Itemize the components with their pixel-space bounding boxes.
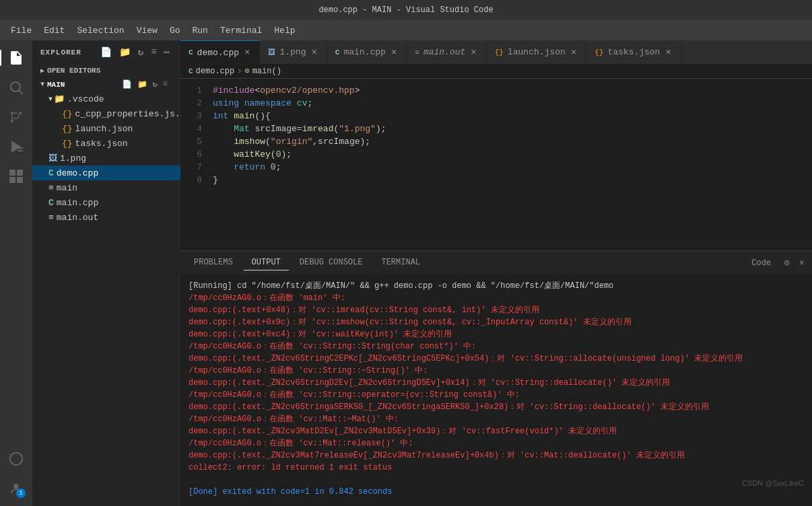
vscode-folder[interactable]: ▼ 📁 .vscode (32, 92, 180, 106)
breadcrumb-symbol-icon: ⊙ (244, 66, 249, 76)
tab-main-out-close[interactable]: × (469, 47, 477, 58)
menu-selection[interactable]: Selection (71, 23, 129, 38)
code-line-6: waitKey(0); (213, 148, 812, 161)
svg-point-4 (11, 120, 13, 122)
tab-1png-close[interactable]: × (310, 47, 318, 58)
tasks-json-label: tasks.json (75, 139, 128, 149)
new-file-icon[interactable]: 📄 (98, 46, 114, 59)
main-out-label: main.out (57, 213, 98, 223)
svg-point-13 (13, 484, 18, 489)
svg-rect-9 (17, 170, 23, 176)
main-new-file-icon[interactable]: 📄 (120, 79, 134, 90)
problems-tab[interactable]: PROBLEMS (186, 255, 241, 270)
more-icon[interactable]: ⋯ (162, 46, 172, 59)
main-section-label: MAIN (47, 81, 65, 89)
code-content[interactable]: #include<opencv2/opencv.hpp> using names… (207, 79, 812, 250)
source-control-activity-icon[interactable] (4, 105, 28, 129)
menu-edit[interactable]: Edit (38, 23, 70, 38)
activity-bar: 1 (0, 40, 32, 506)
menu-view[interactable]: View (131, 23, 163, 38)
tab-main-out[interactable]: ≡ main.out × (407, 40, 486, 64)
tab-launch-json-close[interactable]: × (570, 47, 578, 58)
extensions-activity-icon[interactable] (4, 164, 28, 188)
open-editors-label: OPEN EDITORS (47, 67, 100, 75)
main-collapse-icon[interactable]: ≡ (161, 79, 170, 90)
cpp-properties-file[interactable]: {} c_cpp_properties.js... (32, 106, 180, 121)
sidebar: EXPLORER 📄 📁 ↻ ≡ ⋯ ▶ OPEN EDITORS ▼ MAIN (32, 40, 180, 506)
explorer-icon[interactable] (4, 46, 28, 70)
svg-line-1 (20, 91, 24, 95)
search-activity-icon[interactable] (4, 75, 28, 100)
menu-go[interactable]: Go (164, 23, 186, 38)
output-line-8: demo.cpp:(.text._ZN2cv6StringD2Ev[_ZN2cv… (189, 377, 804, 389)
debug-console-tab[interactable]: DEBUG CONSOLE (292, 255, 371, 270)
panel-close-icon[interactable]: × (797, 257, 807, 269)
main-file[interactable]: ≡ main (32, 180, 180, 195)
terminal-tab[interactable]: TERMINAL (373, 255, 428, 270)
sidebar-header: EXPLORER 📄 📁 ↻ ≡ ⋯ (32, 40, 180, 64)
main-section[interactable]: ▼ MAIN 📄 📁 ↻ ≡ (32, 76, 180, 92)
main-new-folder-icon[interactable]: 📁 (135, 79, 149, 90)
open-editors-section[interactable]: ▶ OPEN EDITORS (32, 64, 180, 76)
run-activity-icon[interactable] (4, 135, 28, 159)
tab-demo-cpp[interactable]: C demo.cpp × (180, 40, 260, 64)
output-line-1: /tmp/cc0HzAG0.o：在函数 'main' 中: (189, 292, 804, 304)
panel-filter-icon[interactable]: ⊘ (782, 256, 791, 269)
tab-1png[interactable]: 🖼 1.png × (260, 40, 327, 64)
demo-cpp-file[interactable]: C demo.cpp (32, 166, 180, 180)
launch-json-label: launch.json (75, 124, 133, 134)
tab-main-cpp-close[interactable]: × (390, 47, 398, 58)
output-line-3: demo.cpp:(.text+0x9c)：对 'cv::imshow(cv::… (189, 316, 804, 328)
code-line-1: #include<opencv2/opencv.hpp> (213, 84, 812, 97)
tab-demo-cpp-icon: C (189, 48, 193, 57)
png-file-label: 1.png (60, 153, 86, 164)
account-activity-icon[interactable]: 1 (4, 476, 28, 501)
menu-terminal[interactable]: Terminal (215, 23, 267, 38)
svg-rect-7 (18, 147, 23, 149)
activity-bar-bottom: 1 (4, 447, 28, 501)
output-tab[interactable]: OUTPUT (244, 255, 289, 270)
main-cpp-label: main.cpp (57, 198, 98, 208)
launch-json-file[interactable]: {} launch.json (32, 121, 180, 136)
tab-main-cpp-icon: C (335, 48, 340, 57)
editor-area: C demo.cpp × 🖼 1.png × C main.cpp × ≡ ma… (180, 40, 812, 506)
menu-file[interactable]: File (5, 23, 37, 38)
breadcrumb-symbol[interactable]: main() (252, 67, 281, 76)
demo-cpp-label: demo.cpp (57, 168, 98, 178)
title-bar: demo.cpp - MAIN - Visual Studio Code (0, 0, 812, 20)
folder-chevron-icon: ▼ (48, 96, 53, 103)
output-line-14: demo.cpp:(.text._ZN2cv3Mat7releaseEv[_ZN… (189, 449, 804, 462)
output-line-6: demo.cpp:(.text._ZN2cv6StringC2EPKc[_ZN2… (189, 353, 804, 365)
main-out-file[interactable]: ≡ main.out (32, 210, 180, 225)
cpp-properties-label: c_cpp_properties.js... (75, 109, 180, 119)
tasks-json-file[interactable]: {} tasks.json (32, 136, 180, 151)
tasks-json-icon: {} (62, 139, 73, 149)
breadcrumb-icon: C (189, 67, 193, 75)
menu-run[interactable]: Run (187, 23, 213, 38)
output-line-4: demo.cpp:(.text+0xc4)：对 'cv::waitKey(int… (189, 328, 804, 340)
panel-content[interactable]: [Running] cd "/home/fst/桌面/MAIN/" && g++… (180, 275, 812, 506)
tab-tasks-json[interactable]: {} tasks.json × (586, 40, 681, 64)
svg-rect-6 (18, 150, 23, 151)
breadcrumb-file[interactable]: demo.cpp (196, 67, 235, 76)
panel-tabs: PROBLEMS OUTPUT DEBUG CONSOLE TERMINAL C… (180, 251, 812, 275)
png-file[interactable]: 🖼 1.png (32, 151, 180, 166)
main-cpp-file[interactable]: C main.cpp (32, 195, 180, 210)
output-line-10: demo.cpp:(.text._ZN2cv6StringaSERKS0_[_Z… (189, 401, 804, 413)
launch-json-icon: {} (62, 124, 73, 134)
remote-activity-icon[interactable] (4, 447, 28, 471)
vscode-folder-label: .vscode (67, 94, 104, 104)
tab-launch-json[interactable]: {} launch.json × (487, 40, 586, 64)
tab-tasks-json-close[interactable]: × (664, 47, 672, 58)
menu-help[interactable]: Help (269, 23, 300, 38)
window-title: demo.cpp - MAIN - Visual Studio Code (318, 5, 493, 15)
tab-main-cpp[interactable]: C main.cpp × (327, 40, 407, 64)
new-folder-icon[interactable]: 📁 (117, 46, 133, 59)
collapse-icon[interactable]: ≡ (149, 46, 159, 59)
refresh-icon[interactable]: ↻ (136, 46, 146, 59)
sidebar-actions: 📄 📁 ↻ ≡ ⋯ (98, 46, 172, 59)
sidebar-title: EXPLORER (40, 48, 81, 57)
tab-demo-cpp-close[interactable]: × (243, 47, 251, 58)
main-refresh-icon[interactable]: ↻ (151, 79, 160, 90)
code-editor[interactable]: 1 2 3 4 5 6 7 8 #include<opencv2/opencv.… (180, 79, 812, 250)
